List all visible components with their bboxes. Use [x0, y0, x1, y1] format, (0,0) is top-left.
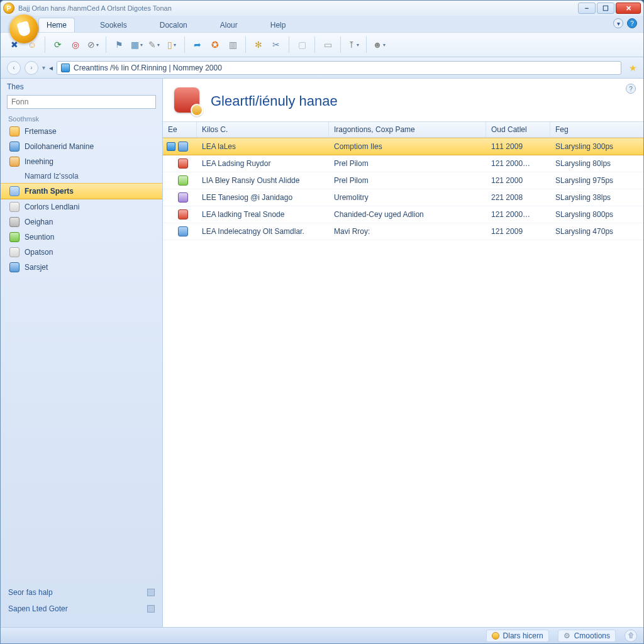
navigation-bar: ‹ › ▾ ◂ ★: [1, 57, 643, 79]
status-zoom-icon[interactable]: ۩: [625, 630, 637, 642]
maximize-button[interactable]: ☐: [597, 3, 614, 14]
row-icons: [163, 223, 197, 240]
separator: [340, 36, 341, 53]
ribbon-minimize-icon[interactable]: ▾: [613, 18, 623, 28]
page-title: Gleartfi/iénuly hanae: [211, 93, 338, 109]
address-bar[interactable]: [57, 61, 621, 75]
module-icon: [9, 186, 19, 196]
sidebar-search: [7, 95, 156, 109]
status-dot-icon: [492, 632, 499, 640]
share-icon[interactable]: ➦: [190, 37, 205, 52]
app-window: P Bajj Orlan hans /hanmCed A Orlsnt Digo…: [0, 0, 644, 644]
row-icons: [163, 155, 197, 172]
status-chip-right[interactable]: ⚙Cmootions: [558, 630, 616, 642]
cell-category: Comptiom Iles: [329, 139, 486, 154]
palette-icon[interactable]: ▦: [129, 37, 144, 52]
ribbon-help-icon[interactable]: ?: [627, 18, 637, 28]
table-row[interactable]: LEE Tanesiog @i JanidagoUremolitry221 20…: [163, 189, 643, 206]
row-type-icon: [178, 175, 188, 186]
separator: [289, 36, 289, 53]
table-row[interactable]: LEA Ladsing RuydorPrel Pilom121 2000…SLa…: [163, 155, 643, 172]
sidebar-search-input[interactable]: [7, 95, 156, 109]
table-row[interactable]: LIA Bley Ransiy Ousht AliddePrel Pilom12…: [163, 172, 643, 189]
favorite-icon[interactable]: ★: [629, 63, 637, 73]
sidebar-item-corlors[interactable]: Corlors Lendlani: [1, 199, 162, 214]
cell-category: Mavi Rroy:: [329, 224, 486, 239]
sidebar-item-oeighan[interactable]: Oeighan: [1, 214, 162, 230]
ribbon-tabs: Heme Sookels Docalon Alour Help ▾ ?: [1, 16, 643, 32]
title-bar: P Bajj Orlan hans /hanmCed A Orlsnt Digo…: [1, 1, 643, 16]
table-row[interactable]: LEA Indelecatngy Olt Samdlar.Mavi Rroy:1…: [163, 223, 643, 240]
col-icons[interactable]: Ee: [163, 122, 197, 137]
address-input[interactable]: [74, 64, 617, 72]
sidebar-item-seuntion[interactable]: Seuntion: [1, 230, 162, 245]
tab-sookels[interactable]: Sookels: [92, 18, 135, 32]
target-icon[interactable]: ◎: [68, 37, 83, 52]
panel-icon[interactable]: ▥: [225, 37, 240, 52]
sidebar-item-sarsjet[interactable]: Sarsjet: [1, 260, 162, 275]
sidebar-item-frtemase[interactable]: Frtemase: [1, 124, 162, 139]
cell-name: LEA laLes: [197, 139, 329, 154]
row-icons: [163, 172, 197, 189]
shuffle-icon[interactable]: ✂: [269, 37, 284, 52]
sidebar-item-franth-sperts[interactable]: Franth Sperts: [1, 183, 162, 199]
cell-size: SLarysling 470ps: [550, 224, 643, 239]
stop-icon[interactable]: ⊘: [86, 37, 101, 52]
tab-home[interactable]: Heme: [38, 18, 75, 32]
minimize-button[interactable]: −: [578, 3, 596, 14]
upload-icon[interactable]: ⤒: [346, 37, 361, 52]
tab-help[interactable]: Help: [263, 18, 294, 32]
row-type-icon: [178, 192, 188, 203]
nav-forward-button[interactable]: ›: [25, 61, 38, 75]
edit-icon[interactable]: ✎: [147, 37, 162, 52]
sidebar-item-opatson[interactable]: Opatson: [1, 245, 162, 260]
separator: [45, 36, 45, 53]
globe-icon[interactable]: ✪: [208, 37, 223, 52]
ribbon-right-controls: ▾ ?: [613, 18, 637, 28]
sidebar-item-doilohanerid[interactable]: Doilohanerid Manine: [1, 139, 162, 154]
table-row[interactable]: LEA ladking Treal SnodeChanided-Cey uged…: [163, 206, 643, 223]
cell-date: 221 2008: [486, 190, 550, 205]
square-icon: [147, 605, 155, 613]
tag-icon[interactable]: ⚑: [111, 37, 126, 52]
separator: [184, 36, 185, 53]
sidebar-item-ineehing[interactable]: Ineehing: [1, 154, 162, 169]
app-icon: P: [3, 3, 14, 14]
content-help-icon[interactable]: ?: [626, 84, 636, 94]
wrench-icon: [9, 217, 19, 227]
refresh-icon[interactable]: ⟳: [50, 37, 65, 52]
app-logo-icon[interactable]: [9, 14, 38, 43]
cell-size: SLarysling 800ps: [550, 207, 643, 222]
table-row[interactable]: LEA laLesComptiom Iles111 2009SLarysling…: [163, 138, 643, 155]
col-category[interactable]: Iragontions, Coxp Pame: [329, 122, 486, 137]
box-icon: [9, 262, 19, 272]
row-type-icon: [178, 209, 188, 219]
nav-dropdown-icon[interactable]: ▾: [42, 64, 45, 71]
nav-history-icon[interactable]: ◂: [49, 64, 53, 72]
document-icon: [9, 247, 19, 257]
cell-name: LEE Tanesiog @i Janidago: [197, 190, 329, 205]
cell-category: Uremolitry: [329, 190, 486, 205]
gear-icon[interactable]: ✻: [251, 37, 266, 52]
sidebar-help-link[interactable]: Seor fas halp: [8, 584, 155, 601]
sidebar-updates-link[interactable]: Sapen Lted Goter: [8, 601, 155, 617]
nav-back-button[interactable]: ‹: [7, 61, 21, 75]
tab-docalon[interactable]: Docalon: [152, 18, 195, 32]
status-chip-left[interactable]: Dlars hicern: [486, 630, 549, 642]
note-icon[interactable]: ▯: [164, 37, 179, 52]
main-split: Thes Soothmsk Frtemase Doilohanerid Mani…: [1, 79, 643, 627]
cell-size: SLarysling 300ps: [550, 139, 643, 154]
col-name[interactable]: Kilos C.: [197, 122, 329, 137]
sidebar-item-namard[interactable]: Namard Iz'ssola: [1, 169, 162, 183]
col-date[interactable]: Oud Catlel: [486, 122, 550, 137]
layout-icon[interactable]: ▭: [320, 37, 335, 52]
content-header: Gleartfi/iénuly hanae ?: [163, 79, 643, 121]
separator: [366, 36, 367, 53]
new-doc-icon[interactable]: ▢: [294, 37, 309, 52]
sidebar: Thes Soothmsk Frtemase Doilohanerid Mani…: [1, 79, 163, 627]
person-icon: [9, 157, 19, 167]
tab-alour[interactable]: Alour: [213, 18, 245, 32]
person-icon[interactable]: ☻: [372, 37, 387, 52]
col-size[interactable]: Feg: [550, 122, 643, 137]
close-button[interactable]: ✕: [616, 3, 641, 14]
